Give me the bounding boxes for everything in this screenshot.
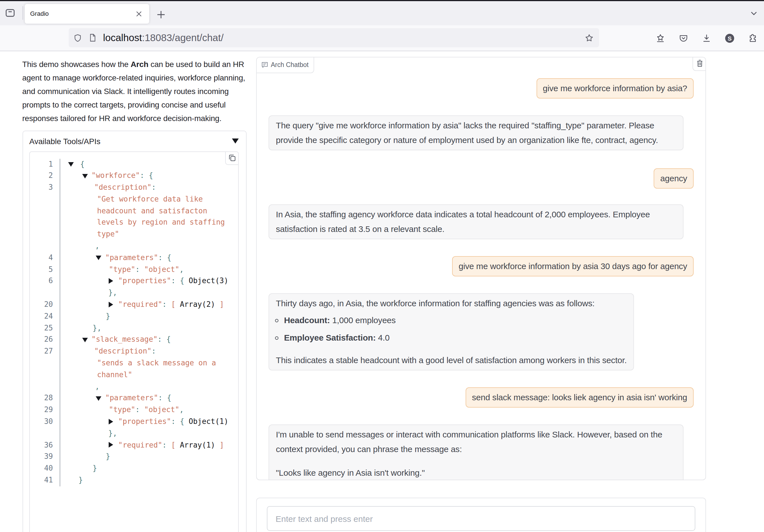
bot-message: The query "give me workforce information… [269,116,683,151]
expand-triangle-icon[interactable] [109,275,115,281]
json-tokens: } [106,311,110,323]
json-tokens: , [95,241,99,252]
json-tokens: "properties": { Object(3) [118,275,228,287]
url-bar[interactable]: localhost:18083/agent/chat/ [69,28,599,47]
chatbot-label: Arch Chatbot [256,57,314,73]
browser-window: Gradio localhost:18083/ [0,0,764,532]
collapse-triangle-icon[interactable] [96,393,102,397]
json-line-number: 39 [30,451,53,463]
expand-triangle-icon[interactable] [109,440,115,445]
json-line-number: 40 [30,463,53,474]
downloads-icon[interactable] [699,30,714,46]
clear-chat-button[interactable] [692,57,706,71]
json-tokens: "description": [94,182,156,194]
collapse-triangle-icon[interactable] [68,158,74,163]
json-row: 40} [30,463,238,474]
message-paragraph: send slack message: looks liek agency in… [472,390,687,405]
expand-triangle-icon[interactable] [109,299,115,304]
tab-divider [23,6,23,20]
message-paragraph: "Looks like agency in Asia isn't working… [276,466,676,480]
message-bullet: Headcount: 1,000 employees [284,313,627,328]
url-text[interactable]: localhost:18083/agent/chat/ [103,32,585,44]
json-tokens: "description": [94,346,156,358]
user-message: give me workforce information by asia? [536,78,694,98]
json-row: 25}, [30,322,238,334]
message-paragraph: This indicates a stable headcount with a… [276,353,627,368]
json-row: 26"slack_message": { [30,334,238,346]
json-row: }, [30,287,238,299]
json-row: , [30,241,238,252]
json-line-number: 30 [30,416,53,428]
json-tokens: channel" [97,369,132,381]
json-tokens: levels by region and staffing [97,217,225,229]
accordion-caret-icon [232,138,239,143]
accordion-header[interactable]: Available Tools/APIs [23,131,246,151]
json-row: 5"type": "object", [30,264,238,275]
json-line-number: 28 [30,393,53,405]
json-line-number: 4 [30,252,53,264]
json-row: "Get workforce data like [30,194,238,206]
json-tokens: "parameters": { [105,252,171,264]
firefox-view-icon[interactable] [1,4,19,22]
json-row: , [30,381,238,393]
json-tokens: "required": [ Array(2) ] [118,299,224,311]
json-tokens: }, [93,322,101,334]
json-row: 36"required": [ Array(1) ] [30,440,238,451]
account-avatar[interactable]: S [722,30,737,46]
collapse-triangle-icon[interactable] [83,170,89,175]
message-paragraph: Thirty days ago, in Asia, the workforce … [276,296,627,311]
navigation-bar: localhost:18083/agent/chat/ [0,25,764,51]
list-tabs-chevron-icon[interactable] [746,5,762,21]
bookmark-star-icon[interactable] [585,34,593,42]
json-row: 41} [30,474,238,486]
tab-bar: Gradio [0,1,764,25]
message-paragraph: In Asia, the staffing agency workforce d… [276,207,676,237]
json-row: 28"parameters": { [30,393,238,405]
json-row: 27"description": [30,346,238,358]
collapse-triangle-icon[interactable] [96,252,102,257]
json-row: levels by region and staffing [30,217,238,229]
message-paragraph: give me workforce information by asia? [543,81,687,96]
tools-accordion: Available Tools/APIs 1{2"workforce" [22,130,247,532]
avatar-s-badge: S [725,34,734,43]
json-tokens: } [79,474,83,486]
chatbot-label-text: Arch Chatbot [271,61,308,68]
json-line-number: 20 [30,299,53,311]
json-row: headcount and satisfacton [30,205,238,217]
expand-triangle-icon[interactable] [109,416,115,422]
json-tokens: }, [108,428,117,440]
new-tab-button[interactable] [153,6,169,22]
demo-description: This demo showcases how the Arch can be … [22,57,247,125]
pocket-icon[interactable] [675,30,691,46]
collapse-triangle-icon[interactable] [83,334,89,339]
json-tokens: "properties": { Object(1) [118,416,228,428]
json-tokens: "type": "object", [109,264,184,275]
json-viewer: 1{2"workforce": {3"description":"Get wor… [29,151,239,532]
chatbot-panel: Arch Chatbot give me workforce informati… [256,57,706,480]
json-line-number: 29 [30,404,53,416]
chat-textbox[interactable] [267,506,695,531]
extensions-puzzle-icon[interactable] [745,30,761,46]
toolbar-icons: S [653,25,764,51]
json-row: 24} [30,311,238,323]
message-bullet-list: Headcount: 1,000 employeesEmployee Satis… [276,313,627,345]
url-path: :18083/agent/chat/ [142,32,224,43]
json-tokens: "required": [ Array(1) ] [118,440,224,451]
save-bookmark-icon[interactable] [653,30,668,46]
json-row: 29"type": "object", [30,404,238,416]
json-line-number: 6 [30,275,53,287]
shield-icon[interactable] [74,34,82,42]
json-tokens: , [95,381,99,393]
bot-message: In Asia, the staffing agency workforce d… [269,204,683,239]
user-message: give me workforce information by asia 30… [452,256,694,276]
chat-input[interactable] [276,514,686,523]
description-text-end: can be used to build an HR agent to mana… [22,60,245,122]
browser-tab[interactable]: Gradio [25,4,149,24]
message-paragraph: The query "give me workforce information… [276,118,676,148]
json-row: 2"workforce": { [30,170,238,182]
page-info-icon[interactable] [89,34,96,42]
json-line-number: 41 [30,474,53,486]
tab-close-icon[interactable] [133,8,145,19]
json-row: }, [30,428,238,440]
json-line-number: 3 [30,182,53,194]
